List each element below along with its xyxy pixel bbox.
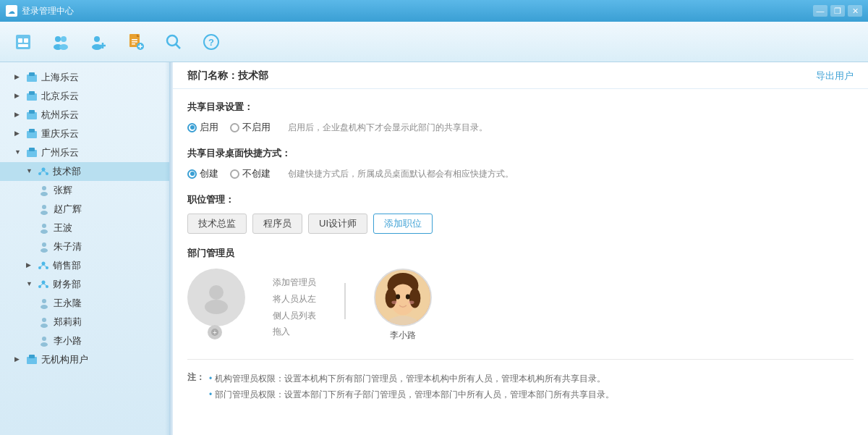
svg-rect-13 xyxy=(132,39,137,41)
svg-rect-24 xyxy=(29,72,35,76)
users-toolbar-btn[interactable] xyxy=(46,28,75,56)
shortcut-create-option[interactable]: 创建 xyxy=(187,167,218,180)
export-users-button[interactable]: 导出用户 xyxy=(816,69,854,83)
org-icon xyxy=(25,90,38,103)
sidebar-item-label: 无机构用户 xyxy=(41,353,88,366)
svg-point-51 xyxy=(42,281,46,284)
position-tag-jszj[interactable]: 技术总监 xyxy=(187,214,247,234)
sidebar-item-label: 技术部 xyxy=(53,165,81,178)
file-icon xyxy=(126,32,146,52)
svg-point-45 xyxy=(41,248,48,253)
svg-point-61 xyxy=(41,342,48,347)
sidebar-item-zhanghui[interactable]: 张辉 xyxy=(0,181,169,200)
position-tag-cxy[interactable]: 程序员 xyxy=(252,214,302,234)
admin-area: + 添加管理员将人员从左侧人员列表拖入 xyxy=(187,269,854,342)
sidebar-item-wangbo[interactable]: 王波 xyxy=(0,219,169,237)
sidebar-item-label: 财务部 xyxy=(53,278,81,291)
sidebar-item-wangyonglong[interactable]: 王永隆 xyxy=(0,294,169,313)
sidebar-item-hangzhou[interactable]: ▶ 杭州乐云 xyxy=(0,106,169,124)
shortcut-title: 共享目录桌面快捷方式： xyxy=(187,147,854,160)
sidebar-item-finance[interactable]: ▼ 财务部 xyxy=(0,275,169,294)
shortcut-radio-group: 创建 不创建 创建快捷方式后，所属成员桌面默认都会有相应快捷方式。 xyxy=(187,167,854,180)
sidebar-item-zhaoguanghui[interactable]: 赵广辉 xyxy=(0,200,169,219)
sidebar-item-chongqing[interactable]: ▶ 重庆乐云 xyxy=(0,124,169,143)
svg-point-44 xyxy=(42,242,46,247)
org-icon xyxy=(25,127,38,140)
svg-rect-3 xyxy=(18,44,28,47)
titlebar: ☁ 登录管理中心 — ❐ ✕ xyxy=(0,0,868,22)
sidebar-item-label: 郑莉莉 xyxy=(54,316,82,329)
expand-icon: ▼ xyxy=(26,280,35,289)
admin-placeholder xyxy=(187,269,245,326)
add-position-button[interactable]: 添加职位 xyxy=(373,214,433,234)
sidebar-item-shanghai[interactable]: ▶ 上海乐云 xyxy=(0,68,169,87)
svg-line-50 xyxy=(43,265,47,267)
org-icon xyxy=(25,146,38,159)
share-dir-disable-option[interactable]: 不启用 xyxy=(230,121,271,134)
sidebar-item-label: 朱子清 xyxy=(54,240,82,253)
sidebar-item-sales[interactable]: ▶ 销售部 xyxy=(0,256,169,275)
svg-point-56 xyxy=(42,299,46,303)
org-icon xyxy=(25,71,38,84)
dept-icon xyxy=(37,259,50,272)
svg-point-74 xyxy=(406,295,410,300)
file-toolbar-btn[interactable] xyxy=(122,28,150,56)
shortcut-nocreate-option[interactable]: 不创建 xyxy=(230,167,271,180)
svg-point-40 xyxy=(42,205,46,209)
bullet-icon: • xyxy=(209,387,212,403)
share-dir-enable-option[interactable]: 启用 xyxy=(187,121,218,134)
main-content: 共享目录设置： 启用 不启用 启用后，企业盘机构下才会显示此部门的共享目录。 xyxy=(173,89,868,414)
radio-disable-label: 不启用 xyxy=(242,121,271,134)
sidebar-item-noorg[interactable]: ▶ 无机构用户 xyxy=(0,350,169,369)
bullet-icon: • xyxy=(209,371,212,387)
sidebar-item-guangzhou[interactable]: ▼ 广州乐云 xyxy=(0,143,169,162)
svg-point-46 xyxy=(42,262,46,266)
share-dir-hint: 启用后，企业盘机构下才会显示此部门的共享目录。 xyxy=(288,122,488,134)
expand-icon: ▶ xyxy=(14,92,23,101)
svg-rect-2 xyxy=(24,38,28,43)
sidebar-item-label: 上海乐云 xyxy=(41,71,79,84)
help-toolbar-btn[interactable]: ? xyxy=(197,28,226,56)
sidebar-item-zhenglili[interactable]: 郑莉莉 xyxy=(0,313,169,331)
svg-rect-26 xyxy=(29,91,35,95)
content-area: ▶ 上海乐云 ▶ 北京乐云 ▶ 杭州乐云 xyxy=(0,62,868,435)
svg-rect-30 xyxy=(29,129,35,132)
position-section: 职位管理： 技术总监 程序员 UI设计师 添加职位 xyxy=(187,193,854,234)
user-icon xyxy=(38,184,51,197)
svg-point-57 xyxy=(41,305,48,309)
home-icon xyxy=(13,32,33,52)
help-icon: ? xyxy=(201,32,221,52)
svg-point-72 xyxy=(409,288,421,308)
sidebar-item-lixiaolu[interactable]: 李小路 xyxy=(0,331,169,350)
toolbar: ? xyxy=(0,22,868,62)
sidebar-item-beijing[interactable]: ▶ 北京乐云 xyxy=(0,87,169,106)
svg-line-54 xyxy=(40,284,43,286)
search-icon xyxy=(163,32,184,52)
position-tag-ui[interactable]: UI设计师 xyxy=(308,214,367,234)
dept-title: 部门名称：技术部 xyxy=(187,69,268,83)
users-icon xyxy=(51,32,71,52)
close-button[interactable]: ✕ xyxy=(848,5,862,17)
home-toolbar-btn[interactable] xyxy=(9,28,38,56)
expand-icon: ▶ xyxy=(14,355,23,364)
user-add-toolbar-btn[interactable] xyxy=(84,28,113,56)
user-icon xyxy=(38,334,51,347)
sidebar-item-label: 重庆乐云 xyxy=(41,127,79,140)
notes-list: • 机构管理员权限：设置本机构下所有部门管理员，管理本机构中所有人员，管理本机构… xyxy=(209,371,614,402)
svg-line-37 xyxy=(43,171,47,173)
user-icon xyxy=(38,221,51,235)
restore-button[interactable]: ❐ xyxy=(830,5,845,17)
sidebar-item-label: 销售部 xyxy=(53,259,81,272)
user-icon xyxy=(38,297,51,310)
sidebar-item-label: 王永隆 xyxy=(54,297,82,310)
svg-rect-28 xyxy=(29,110,35,114)
add-admin-hint-area: 添加管理员将人员从左侧人员列表拖入 xyxy=(273,274,316,340)
sidebar-item-jishu[interactable]: ▼ 技术部 xyxy=(0,162,169,181)
svg-point-58 xyxy=(42,318,46,322)
minimize-button[interactable]: — xyxy=(813,5,827,17)
sidebar-item-zhuziqing[interactable]: 朱子清 xyxy=(0,237,169,256)
admin-name: 李小路 xyxy=(390,329,416,342)
sidebar-item-label: 北京乐云 xyxy=(41,90,79,103)
radio-enable-label: 启用 xyxy=(200,121,218,134)
search-toolbar-btn[interactable] xyxy=(159,28,188,56)
